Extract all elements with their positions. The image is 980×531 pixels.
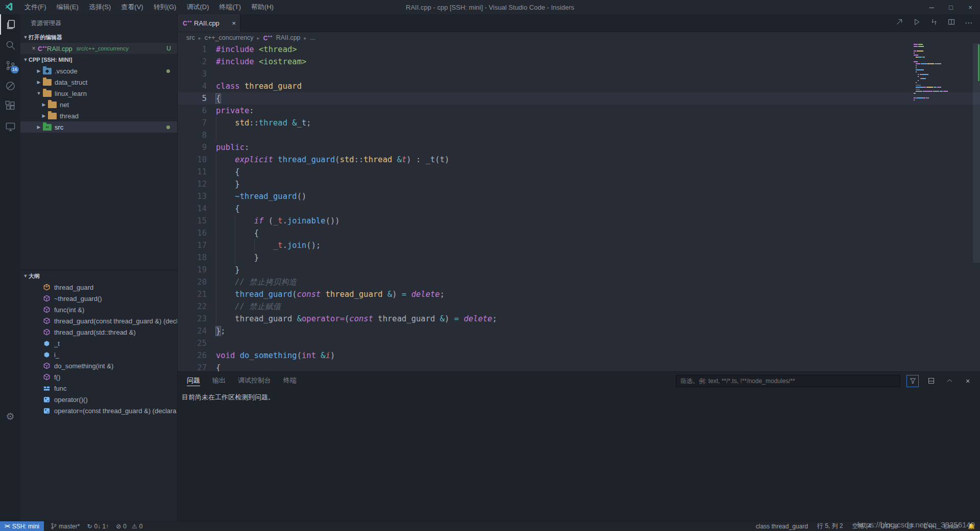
language-mode-item[interactable]: C++ — [923, 523, 935, 530]
close-icon[interactable]: × — [30, 45, 38, 52]
menu-item[interactable]: 帮助(H) — [246, 0, 279, 14]
open-editors-header[interactable]: ▼ 打开的编辑器 — [20, 32, 177, 43]
git-sync-item[interactable]: ↻ 0↓ 1↑ — [87, 523, 109, 530]
tab-close-icon[interactable]: × — [232, 19, 236, 27]
debug-icon[interactable] — [0, 75, 20, 96]
tree-item-data_struct[interactable]: ▶data_struct — [20, 77, 177, 88]
tree-item-.vscode[interactable]: ▶◆.vscode — [20, 65, 177, 77]
menu-item[interactable]: 调试(D) — [181, 0, 214, 14]
explorer-icon[interactable] — [0, 14, 20, 35]
code-line-4[interactable]: 4class thread_guard — [178, 80, 980, 92]
search-icon[interactable] — [0, 35, 20, 55]
menu-item[interactable]: 编辑(E) — [52, 0, 84, 14]
code-line-5[interactable]: 5{ — [178, 92, 980, 105]
code-line-7[interactable]: 7 std::thread &_t; — [178, 117, 980, 129]
code-line-11[interactable]: 11 { — [178, 166, 980, 178]
code-line-10[interactable]: 10 explicit thread_guard(std::thread &t)… — [178, 154, 980, 166]
menu-item[interactable]: 查看(V) — [116, 0, 148, 14]
menu-item[interactable]: 转到(G) — [149, 0, 182, 14]
code-line-17[interactable]: 17 _t.join(); — [178, 239, 980, 251]
outline-item[interactable]: thread_guard(std::thread &) — [20, 326, 177, 338]
breadcrumb-item[interactable]: ... — [310, 34, 315, 41]
remote-os-item[interactable]: Linux — [944, 523, 959, 530]
outline-item[interactable]: thread_guard(const thread_guard &) (decl… — [20, 315, 177, 326]
code-line-23[interactable]: 23 thread_guard &operator=(const thread_… — [178, 313, 980, 325]
outline-item[interactable]: thread_guard — [20, 282, 177, 293]
maximize-panel-icon[interactable] — [943, 375, 955, 387]
panel-tab-问题[interactable]: 问题 — [187, 372, 200, 390]
close-panel-icon[interactable]: × — [962, 375, 974, 387]
code-line-20[interactable]: 20 // 禁止拷贝构造 — [178, 276, 980, 288]
maximize-button[interactable]: □ — [941, 0, 961, 14]
extensions-icon[interactable] — [0, 96, 20, 116]
tree-item-linux_learn[interactable]: ▼linux_learn — [20, 88, 177, 99]
open-changes-icon[interactable] — [930, 18, 938, 28]
more-actions-icon[interactable]: ⋯ — [965, 18, 973, 28]
outline-item[interactable]: func — [20, 383, 177, 394]
code-line-21[interactable]: 21 thread_guard(const thread_guard &) = … — [178, 288, 980, 300]
code-line-3[interactable]: 3 — [178, 68, 980, 80]
panel-tab-输出[interactable]: 输出 — [212, 372, 226, 390]
symbol-context-item[interactable]: class thread_guard — [756, 523, 808, 530]
open-panel-in-editor-icon[interactable] — [925, 375, 937, 387]
filter-icon[interactable] — [906, 375, 919, 387]
outline-item[interactable]: f() — [20, 371, 177, 383]
problems-item[interactable]: ⊘0 ⚠0 — [116, 523, 142, 530]
code-line-26[interactable]: 26void do_something(int &i) — [178, 349, 980, 362]
code-line-2[interactable]: 2#include <iostream> — [178, 56, 980, 68]
workspace-header[interactable]: ▼ CPP [SSH: MINI] — [20, 54, 177, 65]
close-button[interactable]: × — [961, 0, 980, 14]
git-branch-item[interactable]: master* — [51, 523, 80, 530]
run-build-icon[interactable] — [895, 18, 903, 28]
minimap[interactable] — [914, 44, 971, 102]
code-line-18[interactable]: 18 } — [178, 251, 980, 264]
minimize-button[interactable]: ─ — [922, 0, 941, 14]
outline-item[interactable]: func(int &) — [20, 304, 177, 315]
menu-item[interactable]: 选择(S) — [84, 0, 116, 14]
breadcrumb-item[interactable]: c++_concurrency — [205, 34, 254, 41]
tab-raii-cpp[interactable]: C++ RAII.cpp × — [178, 14, 240, 32]
code-line-27[interactable]: 27{ — [178, 362, 980, 371]
code-line-14[interactable]: 14 { — [178, 203, 980, 215]
remote-explorer-icon[interactable] — [0, 116, 20, 137]
code-line-12[interactable]: 12 } — [178, 178, 980, 190]
menu-item[interactable]: 终端(T) — [214, 0, 246, 14]
code-line-15[interactable]: 15 if (_t.joinable()) — [178, 215, 980, 227]
tree-item-thread[interactable]: ▶thread — [20, 110, 177, 121]
code-line-25[interactable]: 25 — [178, 337, 980, 349]
notifications-bell-icon[interactable]: 🔔 — [968, 523, 975, 529]
remote-indicator[interactable]: >< SSH: mini — [0, 521, 44, 531]
outline-item[interactable]: _t — [20, 338, 177, 349]
split-editor-icon[interactable] — [947, 18, 955, 28]
settings-gear-icon[interactable]: ⚙ — [0, 406, 20, 426]
code-line-13[interactable]: 13 ~thread_guard() — [178, 190, 980, 203]
indentation-item[interactable]: 空格: 4 — [852, 522, 871, 530]
breadcrumb-item[interactable]: RAII.cpp — [276, 34, 301, 41]
code-line-24[interactable]: 24}; — [178, 325, 980, 337]
encoding-item[interactable]: UTF-8 — [880, 523, 898, 530]
open-editor-item[interactable]: × C++ RAII.cpp src/c++_concurrency U — [20, 43, 177, 54]
outline-header[interactable]: ▼ 大纲 — [20, 270, 177, 282]
outline-item[interactable]: ~thread_guard() — [20, 293, 177, 304]
problems-filter-input[interactable] — [676, 375, 900, 387]
code-line-16[interactable]: 16 { — [178, 227, 980, 239]
eol-item[interactable]: LF — [907, 523, 914, 530]
outline-item[interactable]: i_ — [20, 349, 177, 360]
outline-item[interactable]: do_something(int &) — [20, 360, 177, 371]
cursor-position-item[interactable]: 行 5, 列 2 — [817, 522, 843, 530]
code-line-1[interactable]: 1#include <thread> — [178, 43, 980, 56]
code-editor[interactable]: 1#include <thread>2#include <iostream>34… — [178, 43, 980, 371]
run-icon[interactable] — [913, 18, 921, 28]
outline-item[interactable]: operator=(const thread_guard &) (declara… — [20, 405, 177, 416]
code-line-6[interactable]: 6private: — [178, 105, 980, 117]
panel-tab-调试控制台[interactable]: 调试控制台 — [238, 372, 271, 390]
menu-item[interactable]: 文件(F) — [19, 0, 52, 14]
panel-tab-终端[interactable]: 终端 — [283, 372, 297, 390]
code-line-9[interactable]: 9public: — [178, 141, 980, 154]
code-line-19[interactable]: 19 } — [178, 264, 980, 276]
outline-item[interactable]: operator()() — [20, 394, 177, 405]
tree-item-net[interactable]: ▶net — [20, 99, 177, 110]
source-control-icon[interactable]: 16 — [0, 55, 20, 75]
code-line-8[interactable]: 8 — [178, 129, 980, 141]
code-line-22[interactable]: 22 // 禁止赋值 — [178, 300, 980, 313]
